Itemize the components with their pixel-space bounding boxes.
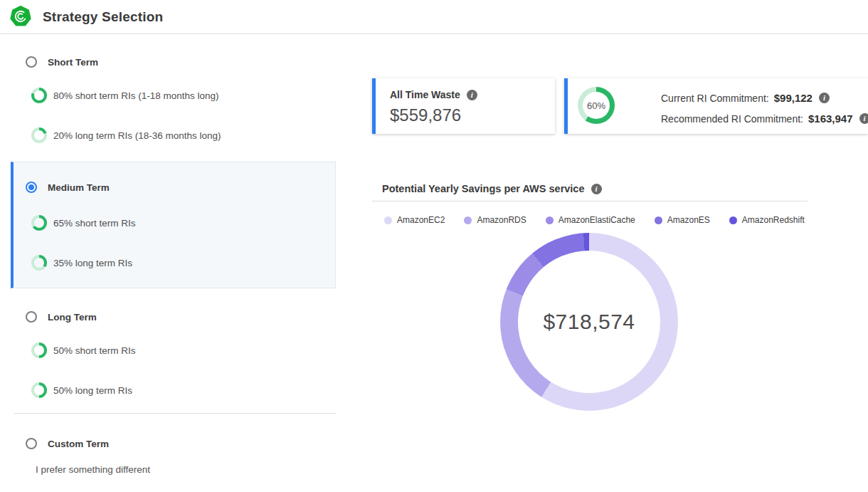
short-term-option-1: 80% short term RIs (1-18 months long) [31,88,219,103]
medium-term-radio[interactable] [26,182,37,193]
all-time-waste-value: $559,876 [390,105,461,125]
recommended-ri-commitment-value: $163,947 [808,112,853,125]
mini-donut-65 [31,215,47,231]
strategy-short-term[interactable]: Short Term [26,56,98,68]
long-term-label: Long Term [48,312,97,323]
section-divider [14,413,336,414]
strategy-medium-term[interactable]: Medium Term [26,182,110,193]
current-ri-commitment-row: Current RI Commitment: $99,122 i [661,92,830,104]
info-icon[interactable]: i [591,184,602,194]
custom-term-radio[interactable] [26,438,37,449]
utilization-percent-label: 60% [578,87,615,124]
long-term-radio[interactable] [26,311,37,323]
all-time-waste-title: All Time Waste [390,89,460,100]
ri-commitment-card: 60% Current RI Commitment: $99,122 i Rec… [564,78,868,134]
strategy-selection-page: Strategy Selection Short Term 80% short … [0,0,868,492]
short-term-radio[interactable] [26,56,37,68]
mini-donut-20 [31,127,47,143]
recommended-ri-commitment-row: Recommended RI Commitment: $163,947 i [661,112,868,125]
utilization-donut: 60% [578,87,615,124]
cloudability-logo-icon [10,6,31,27]
mini-donut-50b [31,382,47,398]
legend-dot [655,216,662,224]
info-icon[interactable]: i [467,90,477,100]
legend-item-amazonelasticache[interactable]: AmazonElastiCache [546,215,635,225]
mini-donut-80 [31,88,47,103]
legend-dot [384,216,392,224]
savings-chart-title: Potential Yearly Savings per AWS service… [382,183,602,194]
chart-legend: AmazonEC2 AmazonRDS AmazonElastiCache Am… [384,215,805,225]
short-term-option-2: 20% long term RIs (18-36 months long) [31,127,221,143]
strategy-long-term[interactable]: Long Term [26,311,97,323]
medium-term-option-2: 35% long term RIs [31,255,132,271]
legend-item-amazonrds[interactable]: AmazonRDS [464,215,526,225]
legend-item-amazones[interactable]: AmazonES [655,215,710,225]
current-ri-commitment-value: $99,122 [774,92,813,104]
legend-item-amazonec2[interactable]: AmazonEC2 [384,215,445,225]
info-icon[interactable]: i [819,93,830,103]
savings-donut-chart[interactable]: $718,574 [500,233,678,411]
page-header: Strategy Selection [0,0,868,34]
all-time-waste-card: All Time Waste i $559,876 [372,78,555,134]
custom-term-description: I prefer something different [36,464,150,475]
medium-term-option-1: 65% short term RIs [31,215,136,231]
custom-term-label: Custom Term [48,439,109,449]
legend-dot [464,216,472,224]
short-term-label: Short Term [48,57,98,68]
legend-dot [546,216,554,224]
info-icon[interactable]: i [859,113,868,124]
legend-item-amazonredshift[interactable]: AmazonRedshift [729,215,805,225]
mini-donut-50a [31,342,47,358]
mini-donut-35 [31,255,47,271]
savings-total-label: $718,574 [500,233,678,411]
medium-term-label: Medium Term [48,182,110,193]
legend-dot [729,216,737,224]
chart-divider [372,201,808,201]
long-term-option-1: 50% short term RIs [31,342,136,358]
page-title: Strategy Selection [43,9,163,25]
long-term-option-2: 50% long term RIs [31,382,132,398]
strategy-custom-term[interactable]: Custom Term [26,438,109,449]
